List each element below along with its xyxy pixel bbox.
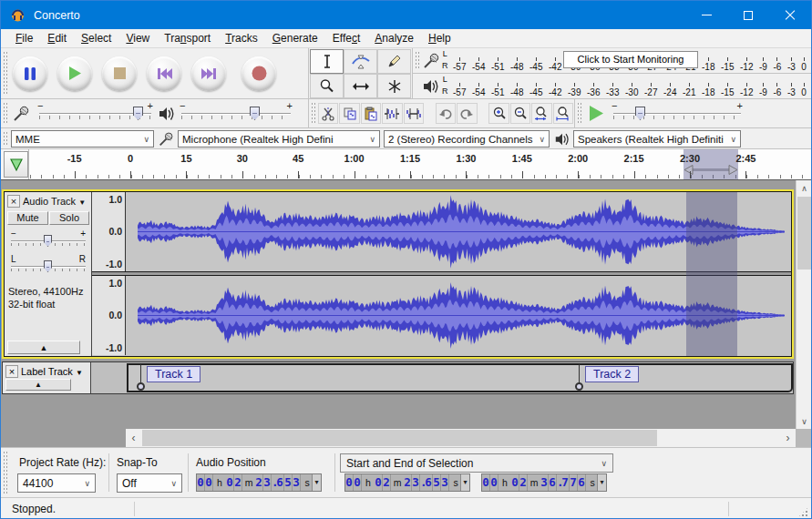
track-title-menu[interactable]: Label Track ▼ [21, 366, 83, 377]
menu-tracks[interactable]: Tracks [218, 30, 265, 46]
menu-edit[interactable]: Edit [40, 30, 74, 46]
timeshift-tool-button[interactable] [344, 74, 377, 98]
menu-effect[interactable]: Effect [325, 30, 367, 46]
redo-button[interactable] [457, 103, 477, 124]
close-track-button[interactable]: × [7, 195, 20, 208]
play-at-speed-icon[interactable] [588, 105, 604, 122]
scroll-down-button[interactable]: ∨ [797, 413, 812, 429]
resize-grip[interactable] [797, 506, 809, 518]
silence-audio-button[interactable] [404, 103, 424, 124]
horizontal-scrollbar[interactable]: ‹ › [126, 429, 796, 447]
menu-analyze[interactable]: Analyze [367, 30, 421, 46]
envelope-tool-button[interactable] [344, 49, 377, 74]
timeline-major-tick [186, 171, 187, 178]
play-button[interactable] [57, 56, 92, 91]
copy-button[interactable] [339, 103, 359, 124]
paste-button[interactable] [361, 103, 381, 124]
vertical-scrollbar[interactable]: ∧ ∨ [796, 180, 811, 429]
timeline-major-tick [355, 171, 355, 178]
close-track-button[interactable]: × [5, 365, 18, 378]
horizontal-scroll-thumb[interactable] [142, 430, 657, 446]
stop-button[interactable] [102, 56, 137, 91]
menu-select[interactable]: Select [74, 30, 118, 46]
time-ruler[interactable]: -1501530451:001:151:301:452:002:152:302:… [28, 149, 811, 179]
audio-track[interactable]: × Audio Track ▼ Mute Solo − + L R [4, 191, 792, 357]
toolbar-grip[interactable] [3, 131, 7, 146]
vertical-scale-ruler[interactable]: 1.0 0.0 -1.0 [92, 192, 126, 271]
selection-tool-button[interactable] [310, 49, 344, 74]
toolbar-grip[interactable] [3, 451, 7, 494]
audio-position-display[interactable]: 00h02m23.653s▾ [196, 473, 322, 492]
track-title-menu[interactable]: Audio Track ▼ [23, 196, 86, 207]
toolbar-grip[interactable] [415, 51, 419, 70]
playback-device-select[interactable]: Speakers (Realtek High Definiti ∨ [573, 130, 741, 148]
scroll-up-button[interactable]: ∧ [797, 180, 812, 196]
timeline-pin-button[interactable] [4, 151, 28, 178]
cut-button[interactable] [318, 103, 338, 124]
menu-transport[interactable]: Transport [157, 30, 218, 46]
toolbar-grip[interactable] [3, 102, 7, 125]
recording-channels-select[interactable]: 2 (Stereo) Recording Channels ∨ [384, 130, 550, 148]
gain-slider[interactable]: − + [11, 232, 86, 250]
draw-tool-button[interactable] [377, 49, 411, 74]
selection-mode-select[interactable]: Start and End of Selection ∨ [340, 453, 613, 473]
zoom-in-button[interactable] [488, 103, 509, 124]
label-track[interactable]: × Label Track ▼ ▲ Track 1Track 2 [2, 361, 794, 394]
label-handle[interactable] [137, 382, 145, 391]
fit-selection-button[interactable] [531, 103, 551, 124]
playback-meter-toolbar[interactable]: LR -57-54-51-48-45-42-39-36-33-30-27-24-… [413, 74, 812, 99]
chevron-down-icon[interactable]: ▾ [460, 474, 469, 491]
label-clip-region[interactable]: Track 1Track 2 [127, 363, 793, 392]
close-button[interactable] [769, 1, 811, 29]
fit-project-button[interactable] [553, 103, 573, 124]
vertical-scroll-thumb[interactable] [797, 197, 811, 270]
title-bar[interactable]: Concerto [1, 1, 811, 29]
playback-volume-slider[interactable]: − + [181, 104, 291, 124]
toolbar-grip[interactable] [577, 102, 581, 125]
recording-device-select[interactable]: Microphone (Realtek High Defini ∨ [178, 130, 380, 148]
skip-to-start-button[interactable] [147, 56, 181, 91]
mute-button[interactable]: Mute [7, 211, 48, 225]
meter-scale-value: -57 [453, 83, 466, 97]
record-button[interactable] [242, 56, 276, 91]
project-rate-select[interactable]: 44100 ∨ [17, 473, 96, 493]
vertical-scale-ruler[interactable]: 1.0 0.0 -1.0 [92, 276, 126, 355]
track-canvas[interactable]: × Audio Track ▼ Mute Solo − + L R [1, 180, 811, 429]
trim-audio-button[interactable] [382, 103, 402, 124]
waveform-selection-region[interactable] [686, 192, 737, 356]
snap-to-select[interactable]: Off ∨ [117, 473, 182, 493]
pause-button[interactable] [13, 56, 47, 91]
solo-button[interactable]: Solo [49, 211, 89, 225]
minimize-button[interactable] [685, 1, 727, 29]
maximize-button[interactable] [727, 1, 769, 29]
label-text-box[interactable]: Track 2 [585, 366, 639, 382]
undo-button[interactable] [436, 103, 456, 124]
play-speed-slider[interactable]: − + [613, 104, 741, 124]
multi-tool-button[interactable] [377, 74, 411, 98]
recording-volume-slider[interactable]: − + [39, 104, 151, 124]
chevron-down-icon[interactable]: ▾ [312, 474, 321, 491]
label-text-box[interactable]: Track 1 [147, 366, 200, 382]
pan-slider[interactable]: L R [11, 258, 86, 276]
scroll-right-button[interactable]: › [780, 429, 796, 447]
menu-help[interactable]: Help [421, 30, 458, 46]
selection-end-display[interactable]: 00h02m36.776s▾ [481, 473, 607, 492]
label-handle[interactable] [575, 382, 583, 391]
selection-drag-arrows-icon[interactable] [684, 165, 737, 175]
timeline-ruler[interactable]: -1501530451:001:151:301:452:002:152:302:… [1, 149, 811, 180]
chevron-down-icon[interactable]: ▾ [597, 474, 606, 491]
zoom-tool-button[interactable] [310, 74, 344, 98]
collapse-track-button[interactable]: ▲ [7, 341, 80, 354]
skip-to-end-button[interactable] [191, 56, 226, 91]
scroll-left-button[interactable]: ‹ [126, 429, 141, 447]
selection-start-display[interactable]: 00h02m23.653s▾ [344, 473, 470, 492]
menu-generate[interactable]: Generate [265, 30, 325, 46]
zoom-out-button[interactable] [510, 103, 530, 124]
menu-view[interactable]: View [118, 30, 157, 46]
collapse-track-button[interactable]: ▲ [5, 379, 71, 391]
menu-file[interactable]: File [8, 30, 40, 46]
toolbar-grip[interactable] [3, 51, 7, 96]
recording-meter-toolbar[interactable]: LR -57-54-51-48-45-42-39-36-33-30-27-24-… [413, 48, 812, 74]
toolbar-grip[interactable] [311, 102, 315, 125]
audio-host-select[interactable]: MME ∨ [11, 130, 154, 148]
